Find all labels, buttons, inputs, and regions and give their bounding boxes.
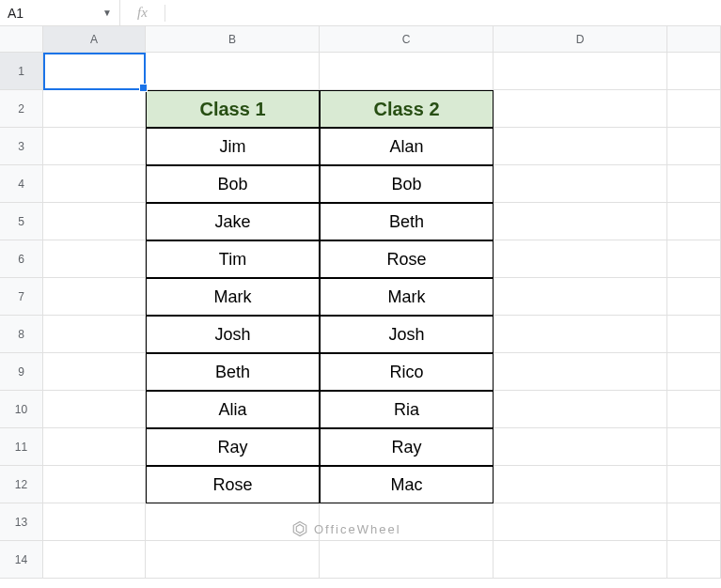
- cell[interactable]: [667, 240, 721, 278]
- row-header[interactable]: 1: [0, 53, 43, 90]
- cell[interactable]: [494, 128, 667, 165]
- row-header[interactable]: 8: [0, 316, 43, 353]
- cell[interactable]: [494, 53, 667, 90]
- row-header[interactable]: 10: [0, 391, 43, 428]
- cell[interactable]: [667, 353, 721, 391]
- cell[interactable]: [43, 541, 146, 579]
- table-cell[interactable]: Beth: [146, 353, 320, 391]
- table-cell[interactable]: Bob: [146, 165, 320, 203]
- table-cell[interactable]: Jim: [146, 128, 320, 165]
- cell[interactable]: [494, 240, 667, 278]
- row-header[interactable]: 2: [0, 90, 43, 128]
- cell[interactable]: [494, 90, 667, 128]
- table-header-class2[interactable]: Class 2: [320, 90, 494, 128]
- cell[interactable]: [494, 353, 667, 391]
- table-cell[interactable]: Rose: [320, 240, 494, 278]
- cell[interactable]: [494, 278, 667, 316]
- row-header[interactable]: 7: [0, 278, 43, 316]
- cell[interactable]: [667, 128, 721, 165]
- cell[interactable]: [43, 503, 146, 541]
- cell[interactable]: [43, 165, 146, 203]
- cell[interactable]: [667, 203, 721, 240]
- cell[interactable]: [667, 503, 721, 541]
- cell[interactable]: [320, 53, 494, 90]
- cell[interactable]: [667, 165, 721, 203]
- cell[interactable]: [43, 278, 146, 316]
- cell[interactable]: [494, 203, 667, 240]
- col-header-e[interactable]: [667, 26, 721, 53]
- cell[interactable]: [43, 428, 146, 466]
- cell[interactable]: [494, 428, 667, 466]
- formula-bar: A1 ▼ fx: [0, 0, 721, 26]
- cell[interactable]: [146, 541, 320, 579]
- table-header-class1[interactable]: Class 1: [146, 90, 320, 128]
- col-header-b[interactable]: B: [146, 26, 320, 53]
- cell[interactable]: [494, 165, 667, 203]
- table-cell[interactable]: Mark: [320, 278, 494, 316]
- cell[interactable]: [494, 503, 667, 541]
- col-header-c[interactable]: C: [320, 26, 494, 53]
- cell[interactable]: [43, 53, 146, 90]
- cell[interactable]: [146, 53, 320, 90]
- cell[interactable]: [43, 316, 146, 353]
- row-header[interactable]: 14: [0, 541, 43, 579]
- table-cell[interactable]: Bob: [320, 165, 494, 203]
- watermark: OfficeWheel: [291, 520, 401, 537]
- table-cell[interactable]: Mark: [146, 278, 320, 316]
- table-cell[interactable]: Jake: [146, 203, 320, 240]
- table-cell[interactable]: Josh: [146, 316, 320, 353]
- cell[interactable]: [494, 466, 667, 503]
- cell[interactable]: [667, 541, 721, 579]
- cell[interactable]: [667, 278, 721, 316]
- row-header[interactable]: 9: [0, 353, 43, 391]
- table-cell[interactable]: Beth: [320, 203, 494, 240]
- cell[interactable]: [667, 391, 721, 428]
- cell[interactable]: [494, 391, 667, 428]
- table-cell[interactable]: Rose: [146, 466, 320, 503]
- cell[interactable]: [43, 391, 146, 428]
- table-cell[interactable]: Alia: [146, 391, 320, 428]
- cell[interactable]: [667, 428, 721, 466]
- table-cell[interactable]: Ray: [320, 428, 494, 466]
- col-header-a[interactable]: A: [43, 26, 146, 53]
- column-header-row: A B C D: [0, 26, 721, 53]
- name-box[interactable]: A1 ▼: [0, 0, 120, 25]
- cell[interactable]: [43, 203, 146, 240]
- grid-body: 1 2 3 4 5 6 7 8 9 10 11 12 13 14 Class 1…: [0, 53, 721, 579]
- cell[interactable]: [667, 316, 721, 353]
- row-header[interactable]: 12: [0, 466, 43, 503]
- table-cell[interactable]: Ray: [146, 428, 320, 466]
- cells-area[interactable]: Class 1 Class 2 Jim Alan Bob Bob Jake Be…: [43, 53, 721, 579]
- row-header[interactable]: 3: [0, 128, 43, 165]
- row-header[interactable]: 11: [0, 428, 43, 466]
- svg-marker-0: [293, 522, 306, 536]
- row-headers: 1 2 3 4 5 6 7 8 9 10 11 12 13 14: [0, 53, 43, 579]
- cell[interactable]: [43, 128, 146, 165]
- row-header[interactable]: 4: [0, 165, 43, 203]
- cell[interactable]: [43, 240, 146, 278]
- cell[interactable]: [43, 466, 146, 503]
- cell[interactable]: [320, 541, 494, 579]
- svg-marker-1: [296, 525, 304, 534]
- cell[interactable]: [43, 353, 146, 391]
- cell[interactable]: [494, 316, 667, 353]
- hexagon-icon: [291, 520, 308, 537]
- table-cell[interactable]: Ria: [320, 391, 494, 428]
- table-cell[interactable]: Rico: [320, 353, 494, 391]
- select-all-corner[interactable]: [0, 26, 43, 53]
- formula-input[interactable]: [165, 0, 721, 25]
- table-cell[interactable]: Alan: [320, 128, 494, 165]
- cell[interactable]: [667, 53, 721, 90]
- table-cell[interactable]: Tim: [146, 240, 320, 278]
- table-cell[interactable]: Mac: [320, 466, 494, 503]
- row-header[interactable]: 13: [0, 503, 43, 541]
- row-header[interactable]: 6: [0, 240, 43, 278]
- watermark-text: OfficeWheel: [314, 522, 401, 536]
- row-header[interactable]: 5: [0, 203, 43, 240]
- cell[interactable]: [667, 90, 721, 128]
- cell[interactable]: [667, 466, 721, 503]
- col-header-d[interactable]: D: [494, 26, 667, 53]
- cell[interactable]: [43, 90, 146, 128]
- cell[interactable]: [494, 541, 667, 579]
- table-cell[interactable]: Josh: [320, 316, 494, 353]
